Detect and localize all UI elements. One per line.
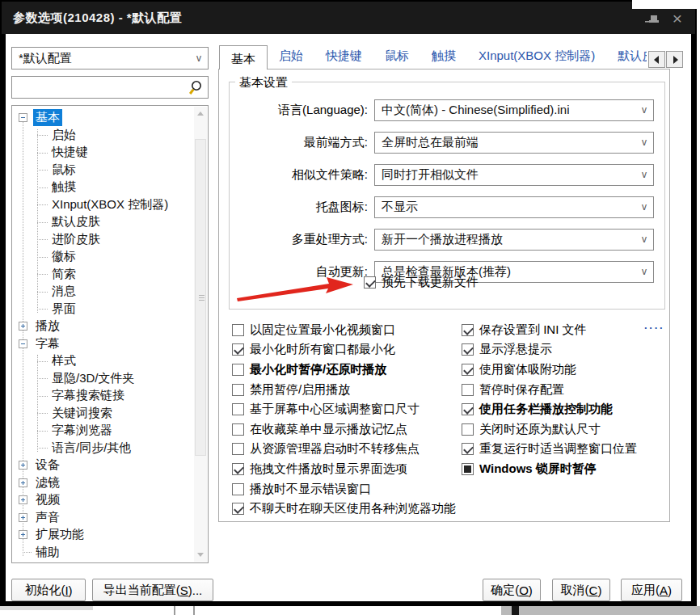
- right-checkbox-2[interactable]: 使用窗体吸附功能: [462, 360, 637, 380]
- tab-5[interactable]: XInput(XBOX 控制器): [467, 45, 606, 70]
- scrollbar-thumb[interactable]: [195, 139, 206, 456]
- tab-scroll-left-button[interactable]: [648, 51, 665, 68]
- right-arrow-icon: [673, 56, 678, 64]
- ok-button[interactable]: 确定(O): [483, 579, 541, 601]
- apply-button[interactable]: 应用(A): [621, 579, 682, 601]
- background-window: [0, 606, 93, 610]
- search-icon: [188, 79, 204, 96]
- collapse-icon[interactable]: [19, 339, 27, 348]
- right-checkbox-7[interactable]: Windows 锁屏时暂停: [462, 459, 637, 479]
- right-checkbox-0[interactable]: 保存设置到 INI 文件: [462, 320, 637, 340]
- profile-combobox[interactable]: *默认配置 v: [11, 47, 209, 70]
- checkbox-icon: [232, 384, 244, 396]
- dropdown-1[interactable]: 全屏时总在最前端v: [374, 132, 654, 154]
- tab-scroll-right-button[interactable]: [666, 51, 683, 68]
- right-checkbox-6[interactable]: 重复运行时适当调整窗口位置: [462, 440, 637, 460]
- expand-icon[interactable]: [19, 530, 27, 539]
- form-row-2: 相似文件策略:同时打开相似文件v: [230, 158, 664, 191]
- expand-icon[interactable]: [19, 478, 27, 487]
- collapse-icon[interactable]: [19, 113, 27, 122]
- right-checkbox-5[interactable]: 关闭时还原为默认尺寸: [462, 419, 637, 440]
- tree-item-5[interactable]: XInput(XBOX 控制器): [12, 196, 194, 214]
- tree-item-6[interactable]: 默认皮肤: [12, 213, 194, 231]
- left-checkbox-7[interactable]: 拖拽文件播放时显示界面选项: [232, 459, 456, 479]
- tree-item-25[interactable]: 辅助: [12, 544, 194, 562]
- tree-item-20[interactable]: 设备: [12, 457, 194, 474]
- tree-item-22[interactable]: 视频: [12, 491, 194, 509]
- checkbox-label: 最小化时暂停/还原时播放: [250, 362, 386, 377]
- tree-item-4[interactable]: 触摸: [12, 179, 194, 196]
- tab-4[interactable]: 触摸: [420, 45, 467, 70]
- tree-item-0[interactable]: 基本: [12, 109, 194, 127]
- tree-item-2[interactable]: 快捷键: [12, 144, 194, 162]
- tab-3[interactable]: 鼠标: [373, 45, 420, 70]
- left-checkbox-8[interactable]: 播放时不显示错误窗口: [232, 479, 456, 499]
- tree-item-label: 视频: [33, 491, 62, 508]
- left-checkbox-1[interactable]: 最小化时所有窗口都最小化: [232, 340, 456, 360]
- right-checkbox-3[interactable]: 暂停时保存配置: [462, 380, 637, 400]
- left-checkbox-6[interactable]: 从资源管理器启动时不转移焦点: [232, 440, 456, 460]
- scroll-up-icon[interactable]: [197, 112, 204, 116]
- tree-item-1[interactable]: 启始: [12, 127, 194, 145]
- checkbox-label: 禁用暂停/启用播放: [250, 382, 350, 398]
- tree-item-13[interactable]: 字幕: [12, 335, 194, 353]
- expand-icon[interactable]: [19, 495, 27, 504]
- expand-icon[interactable]: [19, 322, 27, 331]
- tree-item-label: 语言/同步/其他: [49, 440, 133, 457]
- chevron-down-icon: v: [635, 201, 653, 213]
- tree-item-label: 字幕浏览器: [49, 422, 115, 439]
- dropdown-4[interactable]: 新开一个播放进程播放v: [374, 229, 654, 251]
- cancel-button[interactable]: 取消(C): [552, 579, 610, 601]
- tab-2[interactable]: 快捷键: [314, 45, 373, 70]
- ini-file-more-button[interactable]: ····: [644, 322, 664, 334]
- scroll-down-icon[interactable]: [197, 553, 204, 557]
- tree-item-11[interactable]: 界面: [12, 301, 194, 318]
- expand-icon[interactable]: [19, 461, 27, 470]
- checkbox-pre-download-update[interactable]: 预先下载更新文件: [364, 275, 479, 290]
- tree-item-10[interactable]: 消息: [12, 283, 194, 301]
- tree-scrollbar[interactable]: [194, 107, 207, 562]
- tree-item-14[interactable]: 样式: [12, 352, 194, 370]
- tree-item-18[interactable]: 字幕浏览器: [12, 422, 194, 440]
- tab-1[interactable]: 启始: [268, 45, 314, 70]
- search-box[interactable]: [11, 76, 209, 99]
- dropdown-2[interactable]: 同时打开相似文件v: [374, 164, 654, 186]
- tree-item-23[interactable]: 声音: [12, 509, 194, 527]
- checkbox-icon: [462, 324, 474, 336]
- tree-item-3[interactable]: 鼠标: [12, 162, 194, 179]
- dropdown-0[interactable]: 中文(简体) - Chinese(Simplified).iniv: [374, 99, 654, 121]
- expand-icon[interactable]: [19, 513, 27, 522]
- left-checkbox-5[interactable]: 在收藏菜单中显示播放记忆点: [232, 419, 456, 440]
- left-checkbox-4[interactable]: 基于屏幕中心区域调整窗口尺寸: [232, 399, 456, 419]
- pin-icon[interactable]: [644, 14, 662, 28]
- left-checkbox-2[interactable]: 最小化时暂停/还原时播放: [232, 360, 456, 380]
- initialize-button[interactable]: 初始化(I): [11, 579, 86, 601]
- search-input[interactable]: [17, 78, 183, 96]
- tab-6[interactable]: 默认皮肤: [606, 45, 647, 70]
- options-column-left: 以固定位置最小化视频窗口最小化时所有窗口都最小化最小化时暂停/还原时播放禁用暂停…: [232, 320, 456, 519]
- tree-item-12[interactable]: 播放: [12, 318, 194, 335]
- form-label: 相似文件策略:: [230, 167, 368, 183]
- tree-item-7[interactable]: 进阶皮肤: [12, 231, 194, 249]
- tree-item-15[interactable]: 显隐/3D/文件夹: [12, 370, 194, 388]
- tree-item-16[interactable]: 字幕搜索链接: [12, 387, 194, 405]
- tree-item-label: 界面: [49, 301, 78, 318]
- tree-item-24[interactable]: 扩展功能: [12, 526, 194, 544]
- tab-0[interactable]: 基本: [219, 45, 268, 70]
- tree-item-9[interactable]: 简索: [12, 266, 194, 284]
- close-icon[interactable]: ×: [668, 8, 686, 29]
- scrollbar-grip: [199, 295, 205, 302]
- tree-item-19[interactable]: 语言/同步/其他: [12, 440, 194, 457]
- tree-item-17[interactable]: 关键词搜索: [12, 405, 194, 423]
- tree-item-21[interactable]: 滤镜: [12, 474, 194, 492]
- right-checkbox-4[interactable]: 使用任务栏播放控制功能: [462, 399, 637, 419]
- left-checkbox-3[interactable]: 禁用暂停/启用播放: [232, 380, 456, 400]
- export-config-button[interactable]: 导出当前配置(S)...: [92, 579, 213, 601]
- right-checkbox-1[interactable]: 显示浮悬提示: [462, 340, 637, 360]
- checkbox-label: Windows 锁屏时暂停: [479, 461, 597, 477]
- left-checkbox-9[interactable]: 不聊天时在聊天区使用各种浏览器功能: [232, 499, 456, 519]
- dropdown-3[interactable]: 不显示v: [374, 196, 654, 218]
- form-label: 自动更新:: [230, 264, 368, 280]
- tree-item-8[interactable]: 徽标: [12, 248, 194, 266]
- left-checkbox-0[interactable]: 以固定位置最小化视频窗口: [232, 320, 456, 340]
